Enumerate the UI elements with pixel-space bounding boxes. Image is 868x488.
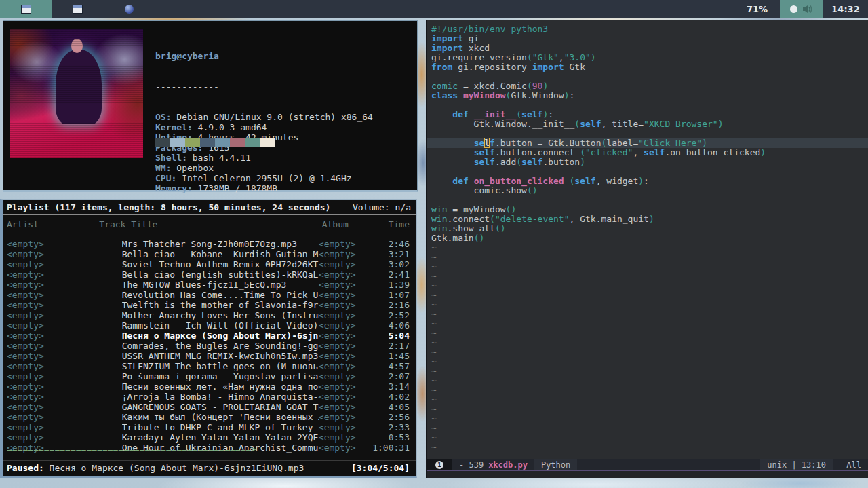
cell-artist: <empty> <box>7 412 122 422</box>
cell-track-title: GANGRENOUS GOATS - PROLETARIAN GOAT TRA <box>122 402 319 412</box>
code-line: win = myWindow() <box>431 205 868 214</box>
taskbar-task-browser[interactable] <box>103 0 155 18</box>
cell-artist: <empty> <box>7 259 122 269</box>
table-row[interactable]: <empty>Tribute to DHKP-C and MLKP of Tur… <box>7 422 410 432</box>
code-line <box>431 129 868 138</box>
table-row[interactable]: <empty>Rammstein - Ich Will (Official Vi… <box>7 320 410 331</box>
playlist-title-bar: Playlist (117 items, length: 8 hours, 50… <box>3 200 416 215</box>
table-row[interactable]: <empty>Karadayı Ayten Yalan Yalan Yalan-… <box>7 432 410 443</box>
code-line: comic = xkcd.Comic(90) <box>431 81 868 91</box>
code-token: class <box>431 90 458 100</box>
neofetch-info-line: Memory: 1738MB / 1878MB <box>155 183 373 193</box>
table-row[interactable]: <empty>Каким ты был (Концерт 'Песни воен… <box>7 412 410 422</box>
globe-icon <box>125 5 134 14</box>
table-row[interactable]: <empty>Comrades, the Bugles Are Sounding… <box>7 341 410 351</box>
cell-time: 1:45 <box>372 351 410 361</box>
table-row[interactable]: <empty>Revolution Has Come....Time To Pi… <box>7 290 410 300</box>
code-token: .button = Gtk.Button <box>495 138 601 148</box>
code-token: = xkcd.Comic <box>458 81 527 91</box>
code-token: ) <box>760 147 766 157</box>
vim-cursor: l <box>484 138 490 148</box>
table-row[interactable]: <empty>¡Arroja la Bomba! - Himno Anarqui… <box>7 392 410 402</box>
cell-time: 3:14 <box>372 381 410 392</box>
empty-line-tilde: ~ <box>431 300 868 309</box>
neofetch-output: brig@cyberia ------------ OS: Debian GNU… <box>155 31 373 214</box>
cell-album: <empty> <box>319 412 372 422</box>
cell-artist: <empty> <box>7 432 122 443</box>
notification-icon[interactable] <box>790 5 797 13</box>
cell-artist: <empty> <box>7 269 122 280</box>
code-token: def <box>452 176 468 186</box>
table-row[interactable]: <empty>Mrs Thatcher Song-ZJh0m0E7Ozg.mp3… <box>7 239 410 249</box>
neofetch-terminal-window: brig@cyberia ------------ OS: Debian GNU… <box>3 20 418 192</box>
empty-line-tilde: ~ <box>431 252 868 262</box>
taskbar-task-terminal[interactable] <box>0 0 52 18</box>
cell-album: <empty> <box>319 290 372 300</box>
table-row[interactable]: <empty>Песни военных лет. «Нам нужна одн… <box>7 381 410 392</box>
code-token: self <box>521 157 542 167</box>
code-token: self <box>474 157 495 167</box>
table-row[interactable]: <empty>SILENZIUM The battle goes on (И в… <box>7 361 410 371</box>
cell-artist: <empty> <box>7 392 122 402</box>
window-icon <box>73 5 83 14</box>
palette-swatch <box>215 138 230 147</box>
cell-album: <empty> <box>319 310 372 320</box>
cell-track-title: Bella ciao (english subtitles)-kRKQaLlD <box>122 269 319 280</box>
filename: xkcdb.py <box>488 460 528 470</box>
code-token: .button.connect <box>495 147 580 157</box>
table-row[interactable]: <empty>The MGTOW Blues-fjcz1I_5EcQ.mp3<e… <box>7 280 410 290</box>
cell-track-title: Twelfth is the mother of Slavonia-f9rI- <box>122 300 319 310</box>
cell-time: 2:56 <box>372 412 410 422</box>
cell-album: <empty> <box>319 300 372 310</box>
palette-swatch <box>200 138 215 147</box>
code-line: Gtk.main() <box>431 233 868 243</box>
neofetch-info-value: 1738MB / 1878MB <box>193 183 277 193</box>
filetype: Python <box>534 459 577 470</box>
code-token: xkcd <box>463 43 490 53</box>
code-token: .show_all <box>447 223 494 233</box>
code-line: class myWindow(Gtk.Window): <box>431 91 868 100</box>
code-line <box>431 167 868 176</box>
code-token: Gtk.main <box>431 233 474 243</box>
code-token: ( <box>574 119 580 129</box>
code-token: ) <box>511 204 516 214</box>
cell-artist: <empty> <box>7 300 122 310</box>
empty-line-tilde: ~ <box>431 348 868 357</box>
table-row[interactable]: <empty>USSR ANTHEM MLG REMIX-kwcIuh0n5Iw… <box>7 351 410 361</box>
code-token: gi <box>463 33 479 43</box>
code-token: ( <box>490 214 495 224</box>
table-row[interactable]: <empty>Mother Anarchy Loves Her Sons (In… <box>7 310 410 320</box>
palette-swatch <box>230 138 245 147</box>
table-row[interactable]: <empty>Twelfth is the mother of Slavonia… <box>7 300 410 310</box>
cell-track-title: ¡Arroja la Bomba! - Himno Anarquista-4o <box>122 392 319 402</box>
table-row[interactable]: <empty>Bella ciao (english subtitles)-kR… <box>7 269 410 280</box>
table-row[interactable]: <empty>Песня о Марксе (Song About Marx)-… <box>7 331 410 341</box>
palette-swatch <box>185 138 200 147</box>
cell-album: <empty> <box>319 361 372 371</box>
code-token: .connect <box>447 214 490 224</box>
code-line: #!/usr/bin/env python3 <box>431 24 868 34</box>
volume-icon[interactable] <box>803 5 813 14</box>
window-icon <box>21 5 31 14</box>
code-token: .on_button_clicked <box>665 147 760 157</box>
playback-time: [3:04/5:04] <box>351 463 410 473</box>
cell-track-title: Каким ты был (Концерт 'Песни военных ле <box>122 412 319 422</box>
vim-commandline[interactable] <box>427 471 868 478</box>
playlist-title: Playlist (117 items, length: 8 hours, 50… <box>7 202 330 212</box>
empty-line-tilde: ~ <box>431 443 868 452</box>
playback-progress-bar[interactable]: ========================================… <box>7 445 256 454</box>
empty-line-tilde: ~ <box>431 367 868 376</box>
empty-line-tilde: ~ <box>431 357 868 367</box>
code-line: self.button = Gtk.Button(label="Click He… <box>427 138 868 148</box>
code-token <box>431 176 452 186</box>
cell-artist: <empty> <box>7 361 122 371</box>
code-area[interactable]: #!/usr/bin/env python3import giimport xk… <box>427 20 868 459</box>
taskbar-task-window[interactable] <box>52 0 103 18</box>
table-row[interactable]: <empty>Soviet Techno Anthem Remix-0PH72d… <box>7 259 410 269</box>
table-row[interactable]: <empty>Bella ciao - Kobane Kurdish Gutia… <box>7 249 410 259</box>
table-row[interactable]: <empty>GANGRENOUS GOATS - PROLETARIAN GO… <box>7 402 410 412</box>
code-token: ( <box>527 185 532 195</box>
table-row[interactable]: <empty>Po šumama i gorama - Yugoslav par… <box>7 371 410 381</box>
code-line: import gi <box>431 34 868 43</box>
code-token: self <box>574 176 595 186</box>
